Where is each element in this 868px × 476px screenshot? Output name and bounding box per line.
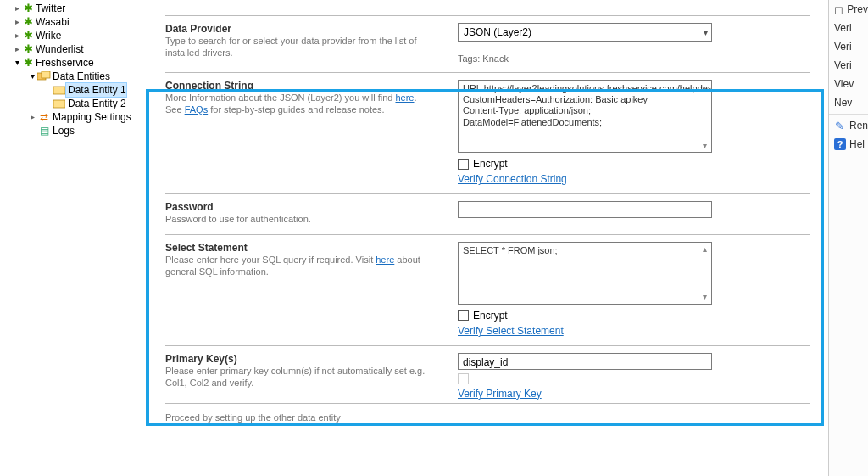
svg-rect-3 [53,100,65,108]
checkbox-icon[interactable] [458,159,469,170]
tree-label: Data Entities [51,70,110,83]
link-faqs[interactable]: FAQs [185,104,209,115]
tree-label: Freshservice [34,56,94,70]
svg-rect-2 [53,87,65,94]
tree-label: Mapping Settings [51,110,131,124]
pk-desc: Please enter primary key column(s) if no… [165,366,432,389]
desc-text: for step-by-step guides and release note… [208,104,385,115]
data-provider-combo[interactable]: JSON (Layer2) ▾ [458,23,712,42]
password-desc: Password to use for authentication. [165,214,432,226]
bug-icon: ✱ [22,57,34,69]
section-primary-key: Primary Key(s) Please enter primary key … [165,345,810,403]
tree-label: Twitter [34,2,65,15]
checkbox-icon[interactable] [458,310,469,321]
action-label: Veri [834,41,852,53]
action-label: Nev [834,97,852,109]
scroll-down-icon[interactable]: ▾ [698,291,710,303]
right-actions-panel: ◻ Prev Veri Veri Veri Viev Nev ✎ Ren ? H… [828,0,868,476]
tree-label: Wunderlist [34,42,83,56]
action-label: Prev [847,3,868,15]
section-data-provider: Data Provider Type to search for or sele… [165,15,810,72]
action-rename[interactable]: ✎ Ren [829,116,868,135]
help-icon: ? [834,138,846,150]
scroll-up-icon[interactable]: ▴ [698,244,710,255]
encrypt-checkbox-row[interactable]: Encrypt [458,310,810,322]
action-label: Ren [849,120,868,132]
chevron-right-icon: ▸ [12,31,22,41]
select-title: Select Statement [165,242,432,254]
select-statement-input[interactable]: SELECT * FROM json; [458,242,712,305]
checkbox-icon[interactable] [458,373,469,384]
nav-tree: ▸ ✱ Twitter ▸ ✱ Wasabi ▸ ✱ Wrike ▸ ✱ Wun… [0,0,148,476]
rename-icon: ✎ [834,119,846,132]
action-label: Viev [834,78,854,90]
action-label: Hel [849,138,865,150]
chevron-right-icon: ▸ [12,44,22,54]
verify-connection-link[interactable]: Verify Connection String [458,173,567,185]
encrypt-label: Encrypt [473,158,508,170]
logs-icon: ▤ [37,125,51,137]
password-title: Password [165,201,432,213]
mapping-icon: ⇄ [37,111,51,123]
chevron-right-icon: ▸ [12,3,22,14]
action-verify[interactable]: Veri [829,37,868,56]
chevron-right-icon: ▸ [27,112,37,122]
bug-icon: ✱ [22,3,34,14]
tree-item-data-entity-2[interactable]: Data Entity 2 [3,97,148,110]
bug-icon: ✱ [22,30,34,42]
tree-item-wasabi[interactable]: ▸ ✱ Wasabi [3,15,148,29]
preview-icon: ◻ [834,3,843,16]
action-label: Veri [834,59,852,71]
bug-icon: ✱ [22,43,34,55]
tree-item-data-entity-1[interactable]: Data Entity 1 [3,83,148,97]
chevron-down-icon: ▾ [704,28,708,37]
tree-label: Data Entity 2 [66,97,126,110]
link-here[interactable]: here [376,255,394,265]
encrypt-checkbox-row[interactable] [458,373,810,384]
tree-item-twitter[interactable]: ▸ ✱ Twitter [3,2,148,15]
tree-label: Wasabi [34,15,70,29]
select-desc: Please enter here your SQL query if requ… [165,255,432,278]
action-view[interactable]: Viev [829,75,868,93]
tree-item-mapping-settings[interactable]: ▸ ⇄ Mapping Settings [3,110,148,124]
bug-icon: ✱ [22,16,34,28]
link-here[interactable]: here [395,92,414,103]
folder-icon [53,84,66,96]
action-new[interactable]: Nev [829,93,868,112]
form-panel: Data Provider Type to search for or sele… [148,0,826,476]
folder-icon [53,98,66,109]
tree-item-wunderlist[interactable]: ▸ ✱ Wunderlist [3,42,148,56]
action-label: Veri [834,22,852,34]
tree-item-wrike[interactable]: ▸ ✱ Wrike [3,29,148,42]
verify-select-link[interactable]: Verify Select Statement [458,325,564,337]
action-preview[interactable]: ◻ Prev [829,0,868,19]
verify-pk-link[interactable]: Verify Primary Key [458,388,542,400]
chevron-down-icon: ▾ [27,71,37,81]
data-provider-desc: Type to search for or select your data p… [165,36,432,59]
connection-string-input[interactable]: URl=https://layer2leadingsolutions.fresh… [458,80,712,153]
tree-label: Wrike [34,29,61,42]
folder-double-icon [37,70,51,82]
scroll-up-icon[interactable]: ▴ [698,81,710,93]
data-provider-title: Data Provider [165,23,432,35]
scroll-down-icon[interactable]: ▾ [698,139,710,151]
tree-item-logs[interactable]: ▤ Logs [3,124,148,137]
data-provider-tags: Tags: Knack [458,53,810,64]
pk-title: Primary Key(s) [165,353,432,365]
section-select-statement: Select Statement Please enter here your … [165,234,810,345]
encrypt-checkbox-row[interactable]: Encrypt [458,158,810,170]
chevron-right-icon: ▸ [12,17,22,27]
tree-item-freshservice[interactable]: ▾ ✱ Freshservice [3,56,148,70]
primary-key-input[interactable]: display_id [458,353,712,370]
section-connection-string: Connection String More Information about… [165,72,810,193]
desc-text: More Information about the JSON (Layer2)… [165,92,395,103]
action-verify[interactable]: Veri [829,19,868,37]
password-input[interactable] [458,201,712,218]
chevron-down-icon: ▾ [12,58,22,68]
action-verify[interactable]: Veri [829,56,868,75]
tree-item-data-entities[interactable]: ▾ Data Entities [3,70,148,83]
tree-label: Logs [51,124,75,137]
desc-text: Please enter here your SQL query if requ… [165,255,376,265]
connection-string-title: Connection String [165,80,432,92]
action-help[interactable]: ? Hel [829,135,868,154]
